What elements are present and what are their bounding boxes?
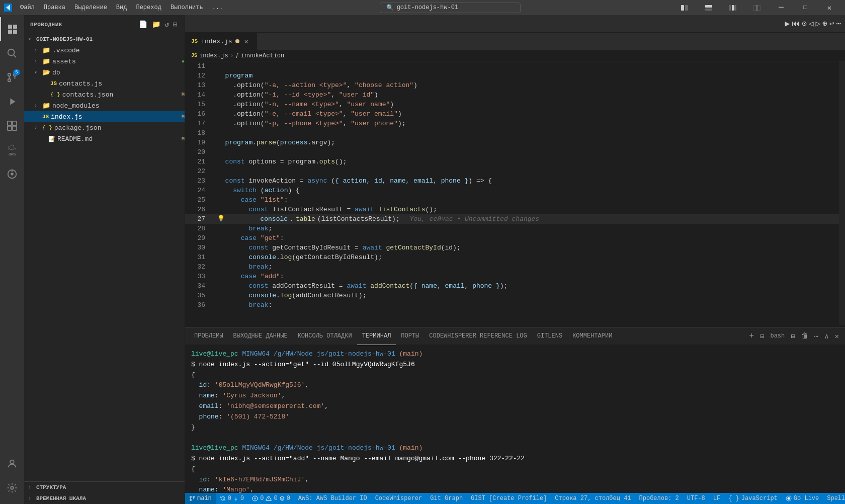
tab-output[interactable]: ВЫХОДНЫЕ ДАННЫЕ [228,327,293,345]
tab-problems[interactable]: ПРОБЛЕМЫ [189,327,228,345]
layout-btn-2[interactable] [697,0,720,15]
assets-folder[interactable]: › 📁 assets ● [24,56,185,67]
menu-selection[interactable]: Выделение [70,3,111,12]
editor-scrollbar[interactable] [839,61,845,325]
contacts-js-file[interactable]: › JS contacts.js [24,78,185,89]
status-gist[interactable]: GIST [Create Profile] [467,493,551,504]
svg-rect-2 [705,5,712,8]
new-file-btn[interactable]: 📄 [138,19,149,30]
breadcrumb-function[interactable]: invokeAction [241,52,284,59]
line-num-34: 34 [185,281,205,291]
db-folder[interactable]: ▾ 📂 db [24,67,185,78]
run-icon[interactable]: ▶ [785,19,790,29]
project-arrow: ▾ [28,36,36,42]
new-folder-btn[interactable]: 📁 [151,19,162,30]
structure-section[interactable]: › СТРУКТУРА [24,482,185,493]
node-modules-icon: 📁 [42,102,50,110]
close-btn[interactable]: ✕ [818,0,841,15]
history-icon[interactable]: ⏮ [792,19,800,29]
node-modules-folder[interactable]: › 📁 node_modules [24,100,185,111]
status-go-live[interactable]: Go Live [782,493,823,504]
code-content[interactable]: 11 12 program 13 .option("-a, --action <… [185,61,839,325]
vscode-folder[interactable]: › 📁 .vscode [24,45,185,56]
status-right: CodeWhisperer Git Graph GIST [Create Pro… [371,493,845,504]
terminal-split-btn[interactable]: ⊟ [758,332,766,341]
terminal-chevron-btn[interactable]: ∧ [822,332,830,341]
status-line-ending[interactable]: LF [709,493,724,504]
status-cursor[interactable]: Строка 27, столбец 41 [551,493,635,504]
activity-accounts[interactable] [0,452,24,476]
menu-go[interactable]: Переход [132,3,165,12]
tab-close-btn[interactable]: ✕ [242,37,250,45]
more-actions-icon[interactable]: ⋯ [836,19,841,29]
terminal-close-btn[interactable]: ✕ [833,332,841,341]
folder-icon: 📁 [42,46,50,54]
new-terminal-btn[interactable]: + [747,331,756,341]
tab-ports[interactable]: ПОРТЫ [396,327,424,345]
terminal-content[interactable]: live@live_pc MINGW64 /g/HW/Node js/goit-… [185,345,845,493]
tab-debug-console[interactable]: КОНСОЛЬ ОТЛАДКИ [293,327,357,345]
minimize-btn[interactable]: ─ [770,0,793,15]
terminal-tab-bar: ПРОБЛЕМЫ ВЫХОДНЫЕ ДАННЫЕ КОНСОЛЬ ОТЛАДКИ… [185,327,845,345]
activity-settings[interactable] [0,476,24,500]
prev-change-icon[interactable]: ◁ [809,19,814,29]
activity-search[interactable] [0,41,24,65]
breakpoint-icon[interactable]: ⊙ [802,19,807,29]
layout-toggle-btn[interactable] [673,0,696,15]
breadcrumb-fn-icon: ƒ [236,53,239,58]
next-change-icon[interactable]: ▷ [815,19,820,29]
terminal-tab-actions: + ⊟ bash ⊞ 🗑 ⋯ ∧ ✕ [747,331,841,341]
revert-icon[interactable]: ↩ [829,19,834,29]
status-aws[interactable]: AWS: AWS Builder ID [294,493,371,504]
terminal-kill-btn[interactable]: 🗑 [799,332,810,340]
tab-index-js[interactable]: JS index.js ✕ [185,33,257,50]
line-num-14: 14 [185,90,205,100]
refresh-btn[interactable]: ↺ [163,19,170,30]
code-line-25: 25 case "list": [185,195,839,205]
tab-gitlens[interactable]: GITLENS [532,327,567,345]
svg-rect-5 [732,5,734,11]
status-encoding[interactable]: UTF-8 [683,493,709,504]
layout-btn-3[interactable] [721,0,744,15]
layout-btn-4[interactable] [745,0,769,15]
status-git-sync[interactable]: 0 0 [216,493,248,504]
stage-changes-icon[interactable]: ⊕ [822,19,827,29]
activity-source-control[interactable]: 5 [0,65,24,90]
package-json-file[interactable]: › { } package.json [24,122,185,133]
titlebar-search[interactable]: 🔍 goit-nodejs-hw-01 [380,3,521,13]
activity-run[interactable] [0,90,24,114]
status-codewhisperer[interactable]: CodeWhisperer [371,493,427,504]
terminal-more-btn[interactable]: ⋯ [812,332,820,341]
lightbulb-icon[interactable]: 💡 [217,214,225,224]
status-spell[interactable]: Spell [823,493,845,504]
breadcrumb: JS index.js › ƒ invokeAction [185,50,845,61]
contacts-json-file[interactable]: › { } contacts.json M [24,89,185,100]
line-num-24: 24 [185,186,205,195]
activity-extensions[interactable] [0,114,24,138]
collapse-btn[interactable]: ⊟ [172,19,179,30]
tab-comments[interactable]: КОММЕНТАРИИ [567,327,617,345]
breadcrumb-file[interactable]: index.js [199,52,228,59]
menu-file[interactable]: Файл [16,3,39,12]
status-errors[interactable]: 0 0 0 [248,493,294,504]
status-git-branch[interactable]: main [185,493,216,504]
timeline-section[interactable]: › ВРЕМЕННАЯ ШКАЛА [24,493,185,504]
index-js-file[interactable]: › JS index.js M [24,111,185,122]
activity-gitlens[interactable] [0,162,24,186]
terminal-layout-btn[interactable]: ⊞ [789,332,797,341]
status-spaces[interactable]: Пробелов: 2 [635,493,683,504]
tab-codewhisperer[interactable]: CODEWHISPERER REFERENCE LOG [424,327,532,345]
status-git-graph[interactable]: Git Graph [426,493,467,504]
project-root[interactable]: ▾ GOIT-NODEJS-HW-01 [24,34,185,45]
status-language[interactable]: { } JavaScript [724,493,782,504]
activity-explorer[interactable] [0,17,24,41]
editor-area: ▶ ⏮ ⊙ ◁ ▷ ⊕ ↩ ⋯ JS index.js ✕ JS [185,15,845,504]
menu-run[interactable]: Выполнить [166,3,207,12]
tab-terminal[interactable]: ТЕРМИНАЛ [357,327,396,345]
menu-view[interactable]: Вид [112,3,131,12]
maximize-btn[interactable]: □ [794,0,817,15]
activity-aws[interactable]: aws [0,138,24,162]
readme-file[interactable]: › 📝 README.md M [24,133,185,144]
menu-edit[interactable]: Правка [40,3,69,12]
menu-more[interactable]: ... [208,3,227,12]
